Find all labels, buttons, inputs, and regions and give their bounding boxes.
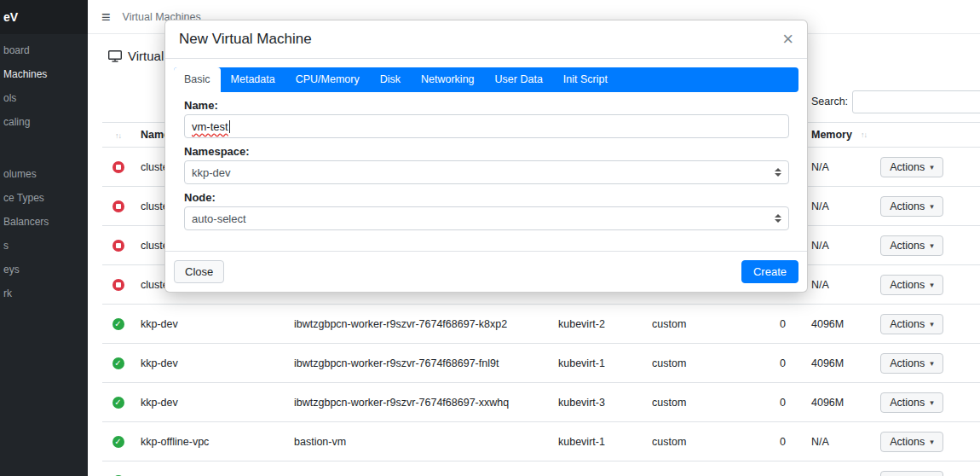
status-running-icon: ✓ <box>112 436 124 448</box>
status-stopped-icon <box>112 200 124 212</box>
caret-down-icon: ▾ <box>930 163 934 171</box>
sidebar-item-network[interactable]: rk <box>0 282 88 305</box>
select-arrows-icon <box>775 214 781 223</box>
header-status[interactable]: ↑↓ <box>102 123 134 148</box>
table-row: ✓ kkp-devibwtzgbpcn-worker-r9szvr-7674f6… <box>102 383 980 422</box>
search-label: Search: <box>811 96 848 107</box>
name-label: Name: <box>184 99 788 112</box>
status-running-icon: ✓ <box>112 318 124 330</box>
status-running-icon: ✓ <box>112 357 124 369</box>
tab-metadata[interactable]: Metadata <box>221 67 285 92</box>
namespace-label: Namespace: <box>184 145 788 158</box>
name-input[interactable]: vm-test <box>184 114 789 138</box>
sort-icon: ↑↓ <box>861 131 867 139</box>
modal-tab-bar: Basic Metadata CPU/Memory Disk Networkin… <box>174 67 798 92</box>
sidebar: eV board Machines ols caling olumes ce T… <box>0 0 88 476</box>
caret-down-icon: ▾ <box>930 359 934 368</box>
sidebar-item-volumes[interactable]: olumes <box>0 162 88 186</box>
text-cursor <box>229 120 230 133</box>
tab-networking[interactable]: Networking <box>411 67 485 92</box>
sidebar-item-services[interactable]: s <box>0 234 88 258</box>
namespace-select-value: kkp-dev <box>192 166 231 179</box>
modal-header: New Virtual Machine × <box>165 20 807 59</box>
sort-icon: ↑↓ <box>115 131 121 140</box>
tab-cpu-memory[interactable]: CPU/Memory <box>285 67 370 92</box>
header-actions <box>873 123 950 148</box>
sidebar-item-instance-types[interactable]: ce Types <box>0 186 88 210</box>
node-select-value: auto-select <box>192 212 246 225</box>
header-memory[interactable]: Memory↑↓ <box>804 123 873 148</box>
actions-button[interactable]: Actions▾ <box>880 196 943 217</box>
namespace-select[interactable]: kkp-dev <box>184 160 789 184</box>
name-input-value: vm-test <box>192 120 228 133</box>
table-row: ✓ kkp-devibwtzgbpcn-worker-r9szvr-7674f6… <box>102 305 980 344</box>
modal-footer: Close Create <box>165 251 807 292</box>
tab-disk[interactable]: Disk <box>370 67 411 92</box>
search-input[interactable] <box>852 90 980 113</box>
sidebar-item-scaling[interactable]: caling <box>0 110 88 134</box>
caret-down-icon: ▾ <box>930 438 934 446</box>
new-vm-modal: New Virtual Machine × Basic Metadata CPU… <box>164 20 808 293</box>
caret-down-icon: ▾ <box>930 281 934 289</box>
select-arrows-icon <box>775 168 781 177</box>
caret-down-icon: ▾ <box>930 202 934 211</box>
sidebar-item-pools[interactable]: ols <box>0 86 88 110</box>
sidebar-nav-secondary: olumes ce Types Balancers s eys rk <box>0 162 88 305</box>
hamburger-menu-icon[interactable]: ≡ <box>101 9 111 25</box>
status-stopped-icon <box>112 240 124 252</box>
actions-button[interactable]: Actions▾ <box>880 157 943 177</box>
node-select[interactable]: auto-select <box>184 206 789 230</box>
close-icon[interactable]: × <box>782 30 793 49</box>
table-row: ✓ kkp-offline-vpcbastion-vmkubevirt-1cus… <box>102 422 980 461</box>
actions-button[interactable]: Actions▾ <box>880 353 943 374</box>
tab-user-data[interactable]: User Data <box>485 67 553 92</box>
actions-button[interactable]: Actions▾ <box>880 432 943 452</box>
modal-title: New Virtual Machine <box>179 31 312 48</box>
actions-button[interactable]: Actions▾ <box>880 392 943 413</box>
new-vm-form: Name: vm-test Namespace: kkp-dev Node: a… <box>174 99 798 230</box>
caret-down-icon: ▾ <box>930 320 934 328</box>
status-stopped-icon <box>112 161 124 173</box>
create-button[interactable]: Create <box>741 260 798 283</box>
node-label: Node: <box>184 191 788 204</box>
status-stopped-icon <box>112 279 124 291</box>
caret-down-icon: ▾ <box>930 398 934 407</box>
sidebar-nav-main: board Machines ols caling <box>0 38 88 134</box>
tab-basic[interactable]: Basic <box>174 67 221 92</box>
modal-body: Basic Metadata CPU/Memory Disk Networkin… <box>165 59 807 251</box>
header-filler <box>950 123 980 148</box>
sidebar-item-ssh-keys[interactable]: eys <box>0 258 88 282</box>
table-row: ✓ kkp-devibwtzgbpcn-worker-r9szvr-7674f6… <box>102 344 980 383</box>
monitor-icon <box>108 50 122 62</box>
status-running-icon: ✓ <box>112 397 124 409</box>
actions-button[interactable]: Actions▾ <box>880 314 943 334</box>
close-button[interactable]: Close <box>174 260 224 283</box>
sidebar-item-dashboard[interactable]: board <box>0 38 88 62</box>
app-brand: eV <box>0 0 88 34</box>
sidebar-item-virtual-machines[interactable]: Machines <box>0 62 88 86</box>
table-row: ✓ kkp-offline-vpck1-workers-4kubevirt-3c… <box>102 461 980 476</box>
sidebar-item-load-balancers[interactable]: Balancers <box>0 210 88 234</box>
actions-button[interactable]: Actions▾ <box>880 471 943 476</box>
actions-button[interactable]: Actions▾ <box>880 235 943 256</box>
tab-init-script[interactable]: Init Script <box>553 67 618 92</box>
caret-down-icon: ▾ <box>930 241 934 250</box>
actions-button[interactable]: Actions▾ <box>880 275 943 295</box>
